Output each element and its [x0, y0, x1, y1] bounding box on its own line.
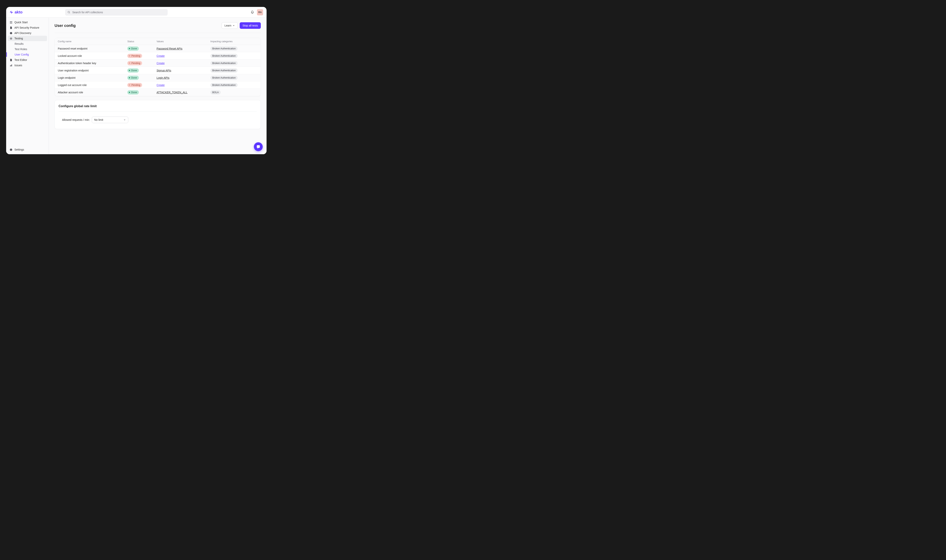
- status-badge: Pending: [127, 61, 142, 65]
- topbar: akto RA: [6, 7, 266, 18]
- config-name: User registration endpoint: [58, 69, 127, 72]
- config-name: Password reset endpoint: [58, 47, 127, 50]
- value-link[interactable]: Password Reset APIs: [157, 47, 182, 50]
- user-avatar[interactable]: RA: [257, 9, 263, 15]
- sidebar-item-security-posture[interactable]: API Security Posture: [8, 25, 47, 30]
- chat-icon: [256, 145, 261, 149]
- rate-limit-selected: No limit: [94, 118, 103, 122]
- brand-logo[interactable]: akto: [9, 10, 23, 14]
- rate-limit-label: Allowed requests / min:: [62, 118, 90, 122]
- status-label: Pending: [131, 84, 140, 86]
- svg-rect-5: [11, 23, 12, 23]
- status-badge: Done: [127, 90, 139, 94]
- status-label: Done: [131, 69, 137, 72]
- status-label: Done: [131, 77, 137, 79]
- rate-limit-card: Configure global rate limit Allowed requ…: [55, 100, 261, 129]
- sidebar-item-api-discovery[interactable]: API Discovery: [8, 30, 47, 36]
- learn-button[interactable]: Learn: [222, 22, 238, 29]
- config-status: Pending: [127, 61, 157, 65]
- col-header-values: Values: [157, 40, 210, 43]
- category-chip: Broken Authentication: [211, 83, 238, 87]
- value-link[interactable]: ATTACKER_TOKEN_ALL: [157, 91, 188, 94]
- ring-icon: [129, 62, 130, 64]
- config-status: Pending: [127, 83, 157, 87]
- sidebar-item-testing[interactable]: Testing: [8, 36, 47, 41]
- table-row: Attacker account roleDoneATTACKER_TOKEN_…: [55, 89, 261, 96]
- svg-point-0: [68, 11, 70, 13]
- chevron-down-icon: [123, 119, 126, 121]
- sidebar-item-settings[interactable]: Settings: [8, 147, 47, 152]
- dot-icon: [129, 48, 130, 49]
- bell-icon: [251, 11, 254, 14]
- config-value: Create: [157, 62, 210, 65]
- create-link[interactable]: Create: [157, 83, 165, 87]
- ring-icon: [129, 55, 130, 57]
- search-icon: [68, 11, 70, 14]
- svg-rect-3: [11, 21, 12, 22]
- col-header-categories: Impacting categories: [211, 40, 257, 43]
- config-name: Login endpoint: [58, 76, 127, 79]
- stop-all-tests-button[interactable]: Stop all tests: [240, 22, 261, 29]
- sidebar-item-issues[interactable]: Issues: [8, 63, 47, 68]
- svg-rect-4: [10, 23, 11, 23]
- page-title: User config: [55, 23, 76, 28]
- svg-rect-9: [11, 65, 11, 66]
- search-input[interactable]: [72, 11, 165, 14]
- config-value: Create: [157, 83, 210, 87]
- sidebar-item-test-editor[interactable]: Test Editor: [8, 57, 47, 63]
- sidebar-sub-test-roles[interactable]: Test Roles: [13, 46, 47, 52]
- sidebar-item-quick-start[interactable]: Quick Start: [8, 20, 47, 25]
- dot-icon: [129, 77, 130, 78]
- table-row: Password reset endpointDonePassword Rese…: [55, 45, 261, 52]
- config-value: Signup APIs: [157, 69, 210, 72]
- sidebar-sub-results[interactable]: Results: [13, 41, 47, 46]
- value-link[interactable]: Login APIs: [157, 76, 169, 79]
- dot-icon: [129, 92, 130, 93]
- config-status: Done: [127, 76, 157, 80]
- config-value: Password Reset APIs: [157, 47, 210, 50]
- config-status: Done: [127, 90, 157, 94]
- box-icon: [9, 32, 12, 35]
- sidebar-item-label: Issues: [14, 64, 22, 67]
- divider: [58, 111, 257, 112]
- rate-limit-select[interactable]: No limit: [92, 117, 128, 123]
- config-name: Authentication token header key: [58, 62, 127, 65]
- sidebar-item-label: Settings: [14, 148, 24, 151]
- col-header-name: Config name: [58, 40, 127, 43]
- config-name: Attacker account role: [58, 91, 127, 94]
- sidebar-item-label: API Discovery: [14, 31, 31, 35]
- table-body: Password reset endpointDonePassword Rese…: [55, 45, 261, 96]
- category-chip: Broken Authentication: [211, 76, 238, 80]
- document-icon: [9, 26, 12, 29]
- config-category: Broken Authentication: [211, 61, 257, 65]
- grid-icon: [9, 21, 12, 24]
- table-row: Logged out account rolePendingCreateBrok…: [55, 82, 261, 89]
- stop-label: Stop all tests: [243, 24, 258, 27]
- global-search[interactable]: [65, 9, 168, 15]
- brand-name: akto: [15, 10, 23, 14]
- intercom-launcher[interactable]: [254, 142, 263, 151]
- status-badge: Pending: [127, 54, 142, 58]
- config-category: Broken Authentication: [211, 83, 257, 87]
- status-badge: Done: [127, 76, 139, 80]
- config-category: Broken Authentication: [211, 68, 257, 72]
- sidebar-sub-user-config[interactable]: User Config: [13, 52, 47, 57]
- create-link[interactable]: Create: [157, 62, 165, 65]
- table-row: Login endpointDoneLogin APIsBroken Authe…: [55, 74, 261, 82]
- category-chip: Broken Authentication: [211, 68, 238, 72]
- svg-rect-10: [12, 64, 12, 66]
- create-link[interactable]: Create: [157, 54, 165, 57]
- table-row: Locked account rolePendingCreateBroken A…: [55, 52, 261, 60]
- svg-rect-2: [10, 21, 11, 22]
- table-row: Authentication token header keyPendingCr…: [55, 60, 261, 67]
- notifications-button[interactable]: [251, 10, 254, 14]
- logo-icon: [9, 10, 14, 14]
- gear-icon: [9, 148, 12, 151]
- value-link[interactable]: Signup APIs: [157, 69, 171, 72]
- config-category: BOLA: [211, 90, 257, 94]
- avatar-initials: RA: [258, 11, 261, 14]
- category-chip: Broken Authentication: [211, 54, 238, 58]
- config-table-card: Config name Status Values Impacting cate…: [55, 38, 261, 96]
- config-name: Locked account role: [58, 54, 127, 57]
- sidebar: Quick Start API Security Posture API Dis…: [6, 18, 49, 154]
